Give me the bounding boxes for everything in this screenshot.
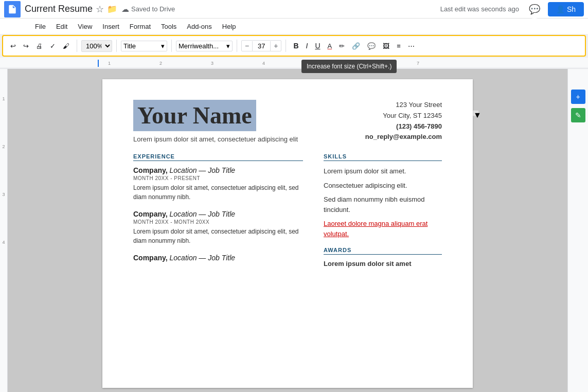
- page-fold-indicator[interactable]: ▼: [473, 110, 479, 116]
- content-area: 1 2 3 4 ▼ Your Name Lorem ipsum dolor si…: [0, 69, 588, 392]
- suggest-edit-button[interactable]: ✎: [571, 108, 585, 122]
- svg-text:1: 1: [108, 61, 111, 66]
- document-title[interactable]: Current Resume: [25, 4, 93, 14]
- right-sidebar: + ✎: [567, 69, 588, 392]
- job-1-dates: MONTH 20XX - PRESENT: [133, 175, 303, 181]
- awards-heading: AWARDS: [324, 247, 442, 255]
- separator-1: [77, 40, 77, 52]
- italic-button[interactable]: I: [303, 40, 311, 52]
- skill-2: Consectetuer adipiscing elit.: [324, 181, 442, 191]
- decrease-font-button[interactable]: −: [242, 41, 252, 51]
- toolbar: ↩ ↪ 🖨 ✓ 🖌 100% Title ▾ Merriwealth... ▾ …: [2, 35, 586, 57]
- menu-view[interactable]: View: [74, 21, 96, 32]
- align-button[interactable]: ≡: [394, 40, 404, 52]
- doc-header-section: Your Name Lorem ipsum dolor sit amet, co…: [133, 100, 442, 143]
- skill-1: Lorem ipsum dolor sit amet.: [324, 166, 442, 176]
- share-button[interactable]: 👤 Sh: [548, 2, 584, 16]
- highlight-button[interactable]: ✏: [336, 40, 348, 52]
- undo-button[interactable]: ↩: [7, 40, 19, 52]
- separator-4: [237, 40, 237, 52]
- job-1-desc: Lorem ipsum dolor sit amet, consectetuer…: [133, 183, 303, 202]
- star-icon[interactable]: ☆: [96, 4, 104, 15]
- doc-body: EXPERIENCE Company, Location — Job Title…: [133, 153, 442, 273]
- redo-button[interactable]: ↪: [20, 40, 32, 52]
- style-dropdown-icon: ▾: [161, 42, 165, 50]
- separator-5: [286, 40, 286, 52]
- menu-insert[interactable]: Insert: [98, 21, 123, 32]
- saved-text: Saved to Drive: [131, 5, 175, 13]
- saved-badge: ☁ Saved to Drive: [121, 5, 175, 14]
- font-size-group: − +: [241, 40, 281, 51]
- skills-column: SKILLS Lorem ipsum dolor sit amet. Conse…: [324, 153, 442, 273]
- text-color-button[interactable]: A: [325, 40, 335, 52]
- job-2-dates: MONTH 20XX - MONTH 20XX: [133, 219, 303, 225]
- svg-text:7: 7: [417, 61, 419, 66]
- skills-heading: SKILLS: [324, 153, 442, 161]
- job-3-title: Company, Location — Job Title: [133, 254, 303, 262]
- menu-addons[interactable]: Add-ons: [183, 21, 216, 32]
- more-button[interactable]: ⋯: [405, 40, 418, 52]
- skill-3: Sed diam nonummy nibh euismod tincidunt.: [324, 194, 442, 215]
- zoom-select[interactable]: 100%: [81, 40, 112, 52]
- your-name-heading[interactable]: Your Name: [133, 100, 256, 131]
- ruler-svg: 1 2 3 4 5 6 7: [0, 58, 588, 68]
- address-block: 123 Your Street Your City, ST 12345 (123…: [365, 100, 442, 143]
- doc-tagline[interactable]: Lorem ipsum dolor sit amet, consectetuer…: [133, 135, 303, 143]
- account-icon: 👤: [556, 5, 565, 13]
- menu-tools[interactable]: Tools: [157, 21, 181, 32]
- font-label: Merriwealth...: [179, 42, 219, 50]
- document-page[interactable]: ▼ Your Name Lorem ipsum dolor sit amet, …: [102, 79, 473, 388]
- spellcheck-button[interactable]: ✓: [47, 40, 59, 52]
- experience-column: EXPERIENCE Company, Location — Job Title…: [133, 153, 303, 273]
- zoom-group: 100%: [81, 40, 112, 52]
- add-comment-button[interactable]: +: [571, 90, 585, 104]
- job-2-title: Company, Location — Job Title: [133, 210, 303, 218]
- separator-3: [171, 40, 172, 52]
- increase-font-button[interactable]: +: [271, 41, 281, 51]
- print-button[interactable]: 🖨: [33, 40, 46, 52]
- top-right-actions: 💬 👤 Sh: [525, 0, 584, 19]
- link-button[interactable]: 🔗: [349, 40, 363, 52]
- history-group: ↩ ↪ 🖨 ✓ 🖌: [7, 40, 73, 52]
- menu-help[interactable]: Help: [218, 21, 240, 32]
- street-address: 123 Your Street: [365, 100, 442, 111]
- add-comment-icon: +: [576, 93, 580, 101]
- style-label: Title: [123, 42, 136, 50]
- awards-first-line: Lorem ipsum dolor sit amet: [324, 259, 442, 269]
- last-edit-text: Last edit was seconds ago: [440, 5, 519, 13]
- svg-text:4: 4: [262, 61, 265, 66]
- comment-button[interactable]: 💬: [364, 40, 379, 52]
- app-icon: [4, 1, 21, 17]
- svg-text:2: 2: [159, 61, 162, 66]
- font-selector[interactable]: Merriwealth... ▾: [176, 41, 233, 51]
- menu-file[interactable]: File: [31, 21, 50, 32]
- menu-edit[interactable]: Edit: [52, 21, 72, 32]
- bold-button[interactable]: B: [290, 40, 301, 52]
- paint-format-button[interactable]: 🖌: [60, 40, 73, 52]
- phone-number: (123) 456-7890: [365, 121, 442, 132]
- job-2-desc: Lorem ipsum dolor sit amet, consectetuer…: [133, 227, 303, 245]
- menu-format[interactable]: Format: [126, 21, 155, 32]
- job-1-title: Company, Location — Job Title: [133, 166, 303, 174]
- underline-button[interactable]: U: [312, 40, 323, 52]
- comments-button[interactable]: 💬: [525, 0, 544, 19]
- ruler: 1 2 3 4 5 6 7: [0, 58, 588, 69]
- title-icons: ☆ 📁: [96, 4, 117, 15]
- cloud-icon: ☁: [121, 5, 129, 14]
- skill-4: Laoreet dolore magna aliquam erat volutp…: [324, 219, 442, 239]
- top-bar: Current Resume ☆ 📁 ☁ Saved to Drive Last…: [0, 0, 588, 19]
- document-container: ▼ Your Name Lorem ipsum dolor sit amet, …: [8, 69, 567, 392]
- separator-2: [116, 40, 117, 52]
- font-dropdown-icon: ▾: [226, 42, 230, 50]
- image-button[interactable]: 🖼: [380, 40, 393, 52]
- format-group: B I U A ✏ 🔗 💬 🖼 ≡ ⋯: [290, 40, 417, 52]
- font-size-input[interactable]: [252, 41, 271, 51]
- suggest-icon: ✎: [575, 111, 581, 119]
- font-size-tooltip: Increase font size (Ctrl+Shift+.): [301, 60, 397, 73]
- cloud-folder-icon[interactable]: 📁: [107, 4, 117, 14]
- left-ruler: 1 2 3 4: [0, 69, 8, 392]
- experience-heading: EXPERIENCE: [133, 153, 303, 161]
- email-address: no_reply@example.com: [365, 132, 442, 142]
- name-block: Your Name Lorem ipsum dolor sit amet, co…: [133, 100, 303, 143]
- style-selector[interactable]: Title ▾: [121, 41, 167, 51]
